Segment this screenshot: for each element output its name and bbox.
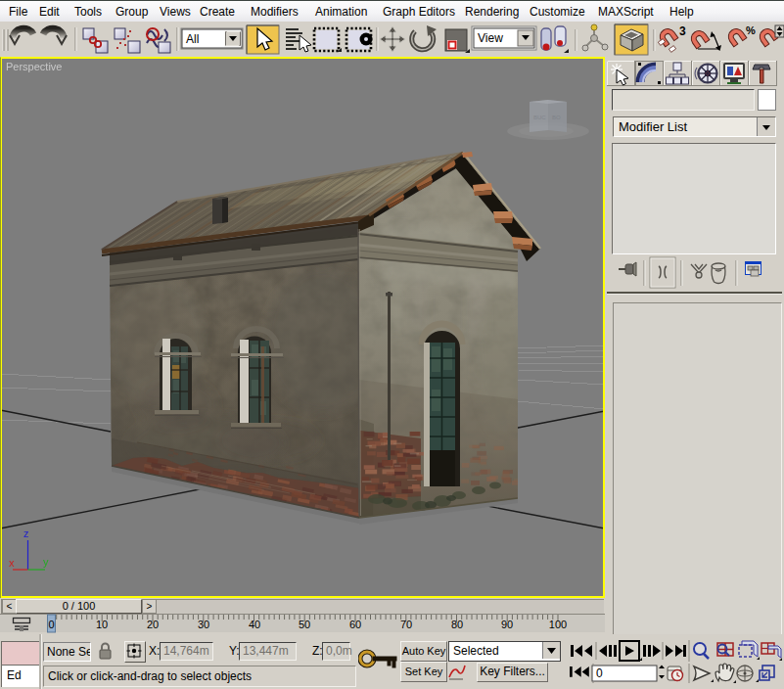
svg-text:y: y — [43, 556, 49, 568]
svg-text:20: 20 — [147, 619, 159, 630]
svg-text:60: 60 — [349, 619, 361, 630]
svg-text:90: 90 — [501, 619, 513, 630]
svg-text:70: 70 — [400, 619, 412, 630]
svg-text:Perspective: Perspective — [6, 61, 62, 72]
svg-text:40: 40 — [249, 619, 260, 630]
svg-text:%: % — [746, 24, 756, 36]
svg-text:All: All — [186, 32, 199, 46]
svg-text:80: 80 — [451, 619, 463, 630]
svg-text:10: 10 — [96, 619, 108, 630]
svg-text:BUC: BUC — [533, 115, 546, 120]
svg-text:50: 50 — [299, 619, 310, 630]
svg-text:z: z — [23, 528, 29, 539]
svg-text:3: 3 — [679, 24, 686, 38]
svg-text:30: 30 — [198, 619, 209, 630]
svg-text:0: 0 — [596, 666, 603, 680]
svg-text:BO: BO — [552, 115, 561, 120]
svg-text:0: 0 — [48, 619, 54, 630]
svg-text:x: x — [9, 557, 15, 569]
svg-text:View: View — [478, 31, 503, 45]
svg-text:100: 100 — [549, 619, 567, 630]
